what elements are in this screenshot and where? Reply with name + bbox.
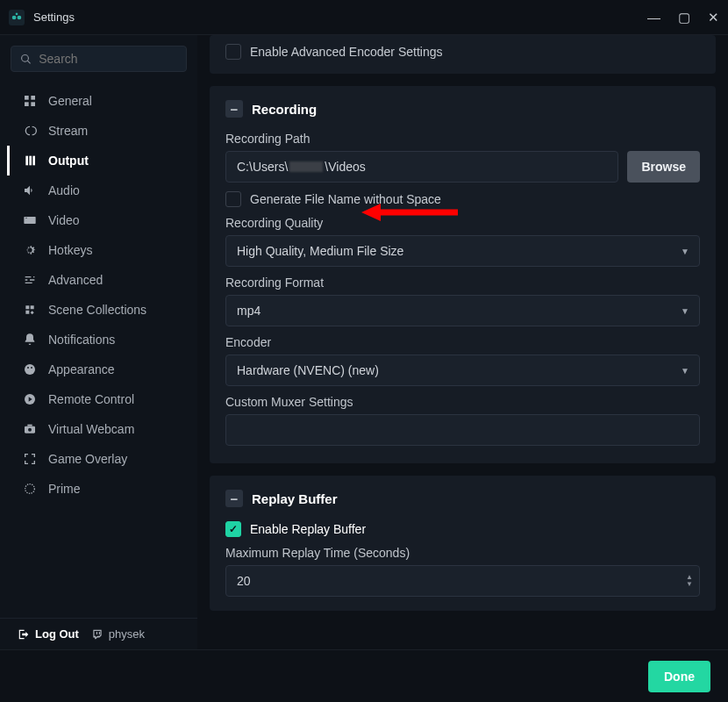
sidebar-item-label: Appearance <box>48 362 115 376</box>
svg-rect-19 <box>27 425 32 426</box>
user-chip[interactable]: physek <box>91 627 145 641</box>
recording-title: Recording <box>252 102 317 117</box>
svg-point-13 <box>27 367 29 369</box>
grid-icon <box>22 93 38 109</box>
sidebar-item-remote-control[interactable]: Remote Control <box>7 384 190 414</box>
sidebar: General Stream Output Audio Video Hotkey… <box>0 35 197 649</box>
svg-rect-9 <box>32 156 35 166</box>
svg-rect-8 <box>29 156 32 166</box>
remote-icon <box>22 391 38 407</box>
collection-icon <box>22 302 38 318</box>
collapse-recording-button[interactable]: − <box>225 100 243 118</box>
minimize-button[interactable]: — <box>647 10 660 25</box>
sidebar-nav: General Stream Output Audio Video Hotkey… <box>7 86 190 504</box>
sidebar-item-label: General <box>48 94 92 108</box>
recording-format-label: Recording Format <box>225 276 700 290</box>
recording-quality-select[interactable]: High Quality, Medium File Size <box>225 235 700 267</box>
svg-point-0 <box>12 15 17 19</box>
sidebar-item-label: Scene Collections <box>48 303 146 317</box>
sidebar-item-label: Virtual Webcam <box>48 422 134 436</box>
search-icon <box>20 53 32 66</box>
muxer-input[interactable] <box>225 414 700 446</box>
number-spinner[interactable]: ▲▼ <box>686 574 693 588</box>
sidebar-item-label: Stream <box>48 124 88 138</box>
browse-button[interactable]: Browse <box>627 151 700 183</box>
recording-path-prefix: C:\Users\ <box>237 160 288 174</box>
svg-point-18 <box>28 428 32 432</box>
sidebar-item-label: Hotkeys <box>48 243 93 257</box>
sidebar-item-notifications[interactable]: Notifications <box>7 325 190 355</box>
sidebar-item-game-overlay[interactable]: Game Overlay <box>7 444 190 474</box>
log-out-label: Log Out <box>35 627 79 641</box>
done-button[interactable]: Done <box>648 661 710 692</box>
svg-point-12 <box>25 364 35 375</box>
sidebar-item-stream[interactable]: Stream <box>7 116 190 146</box>
sidebar-item-scene-collections[interactable]: Scene Collections <box>7 295 190 325</box>
redacted-username <box>289 161 323 172</box>
svg-rect-6 <box>31 102 35 106</box>
svg-rect-7 <box>25 156 28 166</box>
svg-rect-5 <box>25 102 29 106</box>
sidebar-item-output[interactable]: Output <box>7 146 190 176</box>
enable-replay-checkbox[interactable]: ✓ <box>225 521 241 537</box>
title-bar: Settings — ▢ ✕ <box>0 0 728 35</box>
sidebar-item-appearance[interactable]: Appearance <box>7 355 190 384</box>
output-icon <box>22 153 38 168</box>
recording-path-input[interactable]: C:\Users\ \Videos <box>225 151 618 183</box>
video-icon <box>22 212 38 228</box>
max-replay-time-input[interactable] <box>225 565 700 597</box>
sidebar-item-label: Output <box>48 154 89 168</box>
username-label: physek <box>109 627 145 641</box>
sidebar-item-label: Game Overlay <box>48 452 127 466</box>
sidebar-footer: Log Out physek <box>0 618 197 649</box>
sidebar-item-video[interactable]: Video <box>7 205 190 235</box>
sidebar-item-label: Advanced <box>48 273 103 287</box>
svg-rect-4 <box>31 96 35 100</box>
svg-point-11 <box>25 218 26 218</box>
app-icon <box>9 10 25 25</box>
log-out-button[interactable]: Log Out <box>18 627 79 641</box>
encoder-select[interactable]: Hardware (NVENC) (new) <box>225 355 700 386</box>
search-input[interactable] <box>39 52 177 66</box>
window-title: Settings <box>33 11 647 24</box>
sidebar-item-hotkeys[interactable]: Hotkeys <box>7 235 190 265</box>
bottom-bar: Done <box>0 649 728 702</box>
sidebar-item-advanced[interactable]: Advanced <box>7 265 190 295</box>
recording-path-suffix: \Videos <box>325 160 365 174</box>
svg-rect-2 <box>16 12 18 14</box>
sidebar-item-prime[interactable]: Prime <box>7 474 190 504</box>
sidebar-item-virtual-webcam[interactable]: Virtual Webcam <box>7 414 190 444</box>
sidebar-item-audio[interactable]: Audio <box>7 176 190 205</box>
speaker-icon <box>22 183 38 198</box>
muxer-label: Custom Muxer Settings <box>225 395 700 409</box>
recording-quality-label: Recording Quality <box>225 216 700 230</box>
search-box[interactable] <box>11 46 187 72</box>
overlay-icon <box>22 451 38 467</box>
enable-replay-label: Enable Replay Buffer <box>250 522 366 536</box>
svg-point-20 <box>25 484 35 494</box>
svg-rect-3 <box>25 96 29 100</box>
replay-title: Replay Buffer <box>252 491 338 506</box>
svg-point-1 <box>18 15 22 19</box>
sidebar-item-label: Audio <box>48 183 80 197</box>
collapse-replay-button[interactable]: − <box>225 490 243 507</box>
sidebar-item-general[interactable]: General <box>7 86 190 116</box>
encoder-label: Encoder <box>225 335 700 349</box>
recording-path-label: Recording Path <box>225 132 700 146</box>
svg-rect-10 <box>24 217 35 224</box>
sidebar-item-label: Video <box>48 213 80 227</box>
maximize-button[interactable]: ▢ <box>678 10 690 25</box>
advanced-encoder-checkbox[interactable] <box>225 44 241 60</box>
generate-filename-checkbox[interactable] <box>225 191 241 207</box>
advanced-encoder-label: Enable Advanced Encoder Settings <box>250 45 443 59</box>
logout-icon <box>18 628 30 641</box>
max-replay-time-label: Maximum Replay Time (Seconds) <box>225 546 700 560</box>
twitch-icon <box>91 628 103 641</box>
sidebar-item-label: Remote Control <box>48 392 134 406</box>
sliders-icon <box>22 272 38 288</box>
recording-format-select[interactable]: mp4 <box>225 295 700 326</box>
camera-icon <box>22 421 38 437</box>
bell-icon <box>22 332 38 347</box>
signal-icon <box>22 123 38 139</box>
close-button[interactable]: ✕ <box>708 10 719 25</box>
